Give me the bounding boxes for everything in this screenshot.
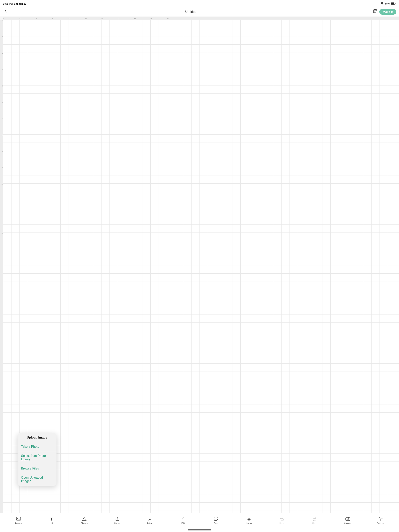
make-it-button[interactable]: Make It — [379, 9, 396, 15]
toolbar-undo[interactable]: Undo — [265, 516, 298, 525]
text-icon: T — [50, 517, 53, 521]
svg-point-8 — [347, 518, 348, 520]
upload-popup: Upload Image Take a Photo Select from Ph… — [18, 433, 57, 486]
edit-label: Edit — [181, 522, 185, 524]
redo-icon — [313, 517, 317, 522]
toolbar-upload[interactable]: Upload — [101, 516, 134, 525]
page-title: Untitled — [185, 10, 197, 14]
battery-level: 68% — [385, 2, 390, 5]
ruler-h-10: 10 — [85, 18, 87, 20]
layers-label: Layers — [246, 522, 252, 524]
toolbar-text[interactable]: T Text — [35, 516, 68, 525]
nav-right-actions: Make It — [373, 9, 396, 15]
ruler-h-14: 14 — [118, 18, 119, 20]
battery-icon — [391, 2, 396, 5]
camera-icon — [345, 517, 350, 522]
home-indicator — [0, 528, 399, 532]
upload-label: Upload — [114, 522, 120, 524]
ruler-h-8: 8 — [69, 18, 69, 20]
date-display: Sat Jan 22 — [14, 2, 26, 5]
svg-point-10 — [380, 518, 381, 519]
svg-rect-1 — [391, 3, 394, 5]
actions-label: Actions — [147, 522, 153, 524]
ruler-h-0: 0 — [3, 18, 4, 20]
svg-point-6 — [17, 518, 18, 519]
ruler-vertical: 0 2 4 6 8 10 12 14 16 18 20 22 24 26 — [0, 20, 3, 513]
back-button[interactable] — [3, 8, 9, 15]
images-label: Images — [15, 522, 22, 524]
settings-label: Settings — [377, 522, 384, 524]
time-display: 3:55 PM — [3, 2, 13, 5]
select-library-item[interactable]: Select from Photo Library — [18, 451, 57, 464]
ruler-h-12: 12 — [101, 18, 103, 20]
images-icon — [16, 517, 21, 522]
toolbar-sync[interactable]: Sync — [200, 516, 232, 525]
shapes-label: Shapes — [81, 522, 88, 524]
popup-title: Upload Image — [18, 433, 57, 442]
browse-files-item[interactable]: Browse Files — [18, 464, 57, 473]
toolbar-camera[interactable]: Camera — [331, 516, 364, 525]
toolbar-actions[interactable]: Actions — [134, 516, 167, 525]
text-label: Text — [50, 522, 53, 524]
take-photo-item[interactable]: Take a Photo — [18, 442, 57, 451]
toolbar-images[interactable]: Images — [2, 516, 35, 525]
settings-icon — [379, 517, 383, 522]
toolbar-layers[interactable]: Layers — [232, 516, 265, 525]
toolbar-edit[interactable]: Edit — [167, 516, 200, 525]
ruler-h-4: 4 — [36, 18, 37, 20]
svg-rect-5 — [16, 517, 21, 520]
ruler-h-18: 18 — [150, 18, 152, 20]
ruler-h-6: 6 — [52, 18, 53, 20]
status-bar: 3:55 PM Sat Jan 22 68% — [0, 0, 399, 7]
home-bar — [188, 529, 211, 531]
layers-icon — [247, 517, 251, 522]
sync-label: Sync — [214, 522, 218, 524]
redo-label: Redo — [313, 522, 317, 524]
svg-rect-4 — [374, 11, 376, 13]
status-time: 3:55 PM Sat Jan 22 — [3, 2, 26, 5]
svg-rect-3 — [374, 10, 376, 11]
save-icon-button[interactable] — [373, 9, 377, 14]
actions-icon — [148, 517, 152, 522]
ruler-h-20: 20 — [167, 18, 168, 20]
toolbar-settings[interactable]: Settings — [364, 516, 397, 525]
camera-label: Camera — [344, 522, 351, 524]
bottom-toolbar: Images T Text Shapes Upload — [0, 513, 399, 528]
svg-point-9 — [349, 518, 349, 518]
ruler-h-2: 2 — [19, 18, 20, 20]
wifi-icon — [380, 2, 384, 5]
toolbar-shapes[interactable]: Shapes — [68, 516, 101, 525]
design-canvas[interactable] — [3, 20, 399, 513]
shapes-icon — [82, 517, 86, 522]
upload-icon — [115, 517, 119, 522]
ruler-horizontal: 0 2 4 6 8 10 12 14 16 18 20 — [3, 17, 399, 20]
toolbar-redo[interactable]: Redo — [298, 516, 331, 525]
edit-icon — [181, 517, 185, 522]
undo-label: Undo — [280, 522, 284, 524]
ruler-h-16: 16 — [134, 18, 136, 20]
top-nav: Untitled Make It — [0, 7, 399, 17]
sync-icon — [214, 517, 218, 522]
status-icons: 68% — [380, 2, 396, 5]
undo-icon — [280, 517, 284, 522]
canvas-area[interactable]: 0 2 4 6 8 10 12 14 16 18 20 0 2 4 6 8 10… — [0, 17, 399, 513]
open-uploaded-item[interactable]: Open Uploaded Images — [18, 473, 57, 486]
